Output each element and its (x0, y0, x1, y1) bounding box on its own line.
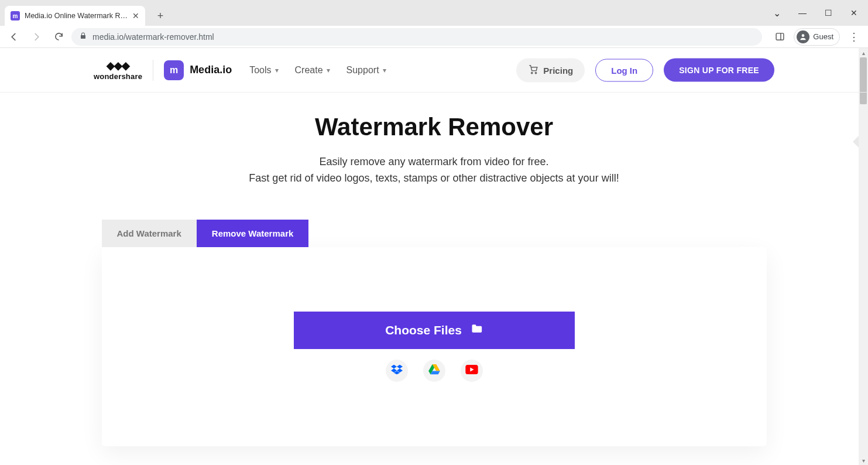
profile-label: Guest (813, 32, 833, 41)
page-title: Watermark Remover (12, 113, 856, 141)
wondershare-logo[interactable]: ◆◆◆ wondershare (94, 59, 142, 81)
signup-button[interactable]: SIGN UP FOR FREE (664, 59, 774, 82)
scrollbar[interactable]: ▴ ▾ (859, 48, 868, 465)
wondershare-mark-icon: ◆◆◆ (107, 59, 129, 72)
tab-search-icon[interactable]: ⌄ (765, 4, 788, 22)
profile-chip[interactable]: Guest (794, 28, 840, 46)
google-drive-source[interactable] (423, 360, 445, 382)
site-header: ◆◆◆ wondershare m Media.io Tools ▾ Creat… (0, 48, 868, 93)
dropbox-icon (391, 364, 403, 377)
tab-favicon: m (11, 11, 20, 20)
pricing-button[interactable]: Pricing (516, 58, 585, 82)
wondershare-text: wondershare (94, 72, 142, 81)
nav-tools-label: Tools (249, 65, 271, 76)
mediaio-text: Media.io (190, 64, 232, 76)
nav-support[interactable]: Support ▾ (346, 65, 386, 76)
maximize-window-icon[interactable]: ☐ (816, 4, 840, 22)
cart-icon (528, 64, 538, 76)
tool-section: Add Watermark Remove Watermark Choose Fi… (102, 220, 767, 446)
page-content: ▴ ▾ ◆◆◆ wondershare m Media.io Tools ▾ C… (0, 48, 868, 465)
svg-point-3 (531, 72, 533, 73)
chevron-down-icon: ▾ (327, 66, 330, 74)
tool-panel: Choose Files (102, 247, 767, 446)
hero: Watermark Remover Easily remove any wate… (0, 93, 868, 187)
avatar-icon (797, 30, 809, 43)
tool-tabs: Add Watermark Remove Watermark (102, 220, 767, 247)
svg-point-4 (536, 72, 537, 73)
close-tab-icon[interactable]: ✕ (132, 11, 139, 20)
new-tab-button[interactable]: + (152, 8, 169, 24)
header-actions: Pricing Log In SIGN UP FOR FREE (516, 58, 774, 82)
nav-create-label: Create (295, 65, 323, 76)
scrollbar-down-icon[interactable]: ▾ (859, 456, 868, 465)
tab-remove-watermark[interactable]: Remove Watermark (197, 220, 309, 247)
upload-sources (386, 360, 483, 382)
pricing-label: Pricing (543, 65, 573, 75)
svg-point-2 (802, 34, 805, 37)
tab-title: Media.io Online Watermark Rem… (25, 12, 128, 20)
tab-add-watermark[interactable]: Add Watermark (102, 220, 197, 247)
choose-files-label: Choose Files (385, 323, 462, 337)
nav-create[interactable]: Create ▾ (295, 65, 330, 76)
back-button-icon[interactable] (5, 28, 23, 46)
lock-icon (80, 32, 87, 42)
choose-files-button[interactable]: Choose Files (294, 312, 575, 349)
main-nav: Tools ▾ Create ▾ Support ▾ (249, 65, 386, 76)
nav-support-label: Support (346, 65, 379, 76)
chevron-down-icon: ▾ (383, 66, 386, 74)
login-button[interactable]: Log In (595, 59, 653, 81)
youtube-source[interactable] (461, 360, 483, 382)
mediaio-mark-icon: m (164, 60, 184, 80)
side-panel-nub[interactable] (853, 136, 859, 148)
close-window-icon[interactable]: ✕ (842, 4, 866, 22)
url-host: media.io/watermark-remover.html (92, 32, 214, 42)
minimize-window-icon[interactable]: — (791, 4, 814, 22)
browser-menu-icon[interactable]: ⋮ (845, 30, 863, 43)
nav-tools[interactable]: Tools ▾ (249, 65, 278, 76)
svg-rect-0 (776, 33, 784, 40)
vertical-divider (153, 60, 153, 81)
chevron-down-icon: ▾ (275, 66, 279, 74)
window-controls: ⌄ — ☐ ✕ (765, 0, 866, 26)
folder-icon (470, 323, 483, 337)
google-drive-icon (428, 364, 440, 377)
mediaio-logo[interactable]: m Media.io (164, 60, 232, 80)
tab-strip: m Media.io Online Watermark Rem… ✕ + ⌄ —… (0, 0, 868, 26)
forward-button-icon (27, 28, 46, 46)
page-subtitle: Easily remove any watermark from video f… (12, 154, 856, 187)
side-panel-icon[interactable] (770, 28, 789, 46)
youtube-icon (465, 365, 478, 377)
reload-button-icon[interactable] (49, 28, 68, 46)
browser-chrome: m Media.io Online Watermark Rem… ✕ + ⌄ —… (0, 0, 868, 48)
browser-toolbar: media.io/watermark-remover.html Guest ⋮ (0, 26, 868, 48)
browser-tab-active[interactable]: m Media.io Online Watermark Rem… ✕ (5, 6, 145, 26)
dropbox-source[interactable] (386, 360, 408, 382)
address-bar[interactable]: media.io/watermark-remover.html (71, 28, 762, 46)
